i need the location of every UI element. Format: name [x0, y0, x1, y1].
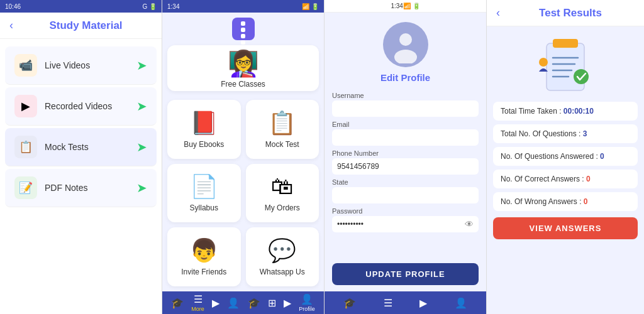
mock-tests-label: Mock Tests — [45, 142, 136, 152]
grid-container: 📕 Buy Ebooks 📋 Mock Test 📄 Syllabus 🛍 My… — [162, 95, 324, 291]
svg-point-10 — [539, 58, 548, 67]
recorded-videos-label: Recorded Videos — [45, 101, 136, 111]
avatar — [383, 22, 428, 67]
total-q-label: Total No. Of Questions : — [501, 129, 583, 138]
email-input[interactable] — [332, 129, 479, 146]
bottom-video-btn[interactable]: ▶ — [212, 297, 219, 309]
icons-3: 📶 🔋 — [403, 3, 420, 9]
avatar-container — [325, 13, 486, 72]
test-results-panel: ‹ Test Results Total Time Taken : 00:00:… — [487, 0, 644, 314]
grid-item-buy-ebooks[interactable]: 📕 Buy Ebooks — [167, 100, 241, 159]
live-videos-icon: 📹 — [14, 54, 37, 77]
state-input[interactable] — [332, 187, 479, 203]
whatsapp-icon: 💬 — [268, 237, 296, 264]
bottom-grid-btn[interactable]: ⊞ — [268, 297, 276, 309]
panel3-bottom-profile[interactable]: 👤 — [455, 297, 467, 309]
free-classes-item[interactable]: 👩‍🏫 Free Classes — [167, 45, 319, 91]
menu-item-mock-tests[interactable]: 📋 Mock Tests ➤ — [5, 128, 157, 166]
update-profile-button[interactable]: UPDATE PROFILE — [332, 263, 479, 285]
panel3-bottom-home[interactable]: 🎓 — [343, 297, 356, 309]
bottom-profile-small-btn[interactable]: 👤 — [227, 297, 240, 309]
mock-test-label: Mock Test — [265, 140, 299, 149]
panel4-header: ‹ Test Results — [487, 0, 644, 26]
panel3-bottom-video[interactable]: ▶ — [419, 297, 427, 309]
invite-friends-label: Invite Friends — [181, 268, 226, 276]
grid-item-mock-test[interactable]: 📋 Mock Test — [246, 100, 319, 159]
my-orders-icon: 🛍 — [271, 173, 294, 200]
status-bar-2: 1:34 📶 🔋 — [162, 0, 324, 13]
grid-item-my-orders[interactable]: 🛍 My Orders — [246, 164, 319, 223]
bottom-rec-btn[interactable]: ▶ — [284, 297, 291, 309]
whatsapp-us-label: Whatsapp Us — [260, 268, 305, 276]
pdf-notes-icon: 📝 — [14, 176, 37, 199]
svg-rect-4 — [553, 39, 578, 48]
panel2-top — [162, 13, 324, 45]
phone-input[interactable] — [332, 158, 479, 175]
result-row-time: Total Time Taken : 00:00:10 — [493, 102, 638, 121]
eye-toggle-icon[interactable]: 👁 — [465, 219, 474, 229]
menu-grid-panel: 1:34 📶 🔋 👩‍🏫 Free Classes 📕 Buy Ebooks 📋… — [162, 0, 325, 314]
password-field-container: 👁 — [332, 216, 479, 232]
mock-tests-icon: 📋 — [14, 136, 37, 158]
wrong-label: No. Of Wrong Answers : — [501, 197, 584, 206]
arrow-icon-2: ➤ — [136, 99, 147, 114]
bottom-more-label: More — [191, 306, 204, 312]
panel1-header: ‹ Study Material — [0, 13, 162, 39]
view-answers-button[interactable]: VIEW ANSWERS — [493, 217, 638, 239]
time-2: 1:34 — [167, 3, 179, 10]
bottom-profile-btn[interactable]: 👤 Profile — [299, 293, 315, 312]
total-time-label: Total Time Taken : — [501, 107, 564, 116]
grid-item-whatsapp-us[interactable]: 💬 Whatsapp Us — [246, 227, 319, 286]
result-row-wrong: No. Of Wrong Answers : 0 — [493, 192, 638, 211]
grid-toggle-icon[interactable] — [232, 18, 255, 40]
live-videos-label: Live Videos — [45, 60, 136, 70]
back-button-4[interactable]: ‹ — [496, 6, 500, 19]
username-input[interactable] — [332, 100, 479, 117]
panel4-title: Test Results — [506, 7, 635, 19]
panel1-title: Study Material — [19, 19, 152, 32]
free-classes-label: Free Classes — [221, 80, 265, 89]
state-label: State — [332, 178, 479, 186]
recorded-videos-icon: ▶ — [14, 95, 37, 117]
menu-item-live-videos[interactable]: 📹 Live Videos ➤ — [5, 46, 157, 85]
syllabus-label: Syllabus — [190, 203, 218, 212]
username-label: Username — [332, 92, 479, 99]
icons-2: 📶 🔋 — [302, 3, 319, 10]
bottom-profile-label: Profile — [299, 306, 315, 312]
result-illustration — [487, 26, 644, 102]
answered-value: 0 — [600, 152, 604, 161]
time-1: 10:46 — [5, 3, 21, 10]
svg-point-9 — [574, 69, 589, 84]
edit-profile-panel: 1:34 📶 🔋 Edit Profile Username Email Pho… — [325, 0, 487, 314]
total-time-value: 00:00:10 — [564, 107, 594, 116]
correct-label: No. Of Correct Answers : — [501, 175, 586, 183]
menu-item-pdf-notes[interactable]: 📝 PDF Notes ➤ — [5, 169, 157, 207]
email-label: Email — [332, 121, 479, 128]
status-bar-1: 10:46 G 🔋 — [0, 0, 162, 13]
bottom-more-btn[interactable]: ☰ More — [191, 293, 204, 312]
grid-item-syllabus[interactable]: 📄 Syllabus — [167, 164, 241, 223]
bottom-home-btn[interactable]: 🎓 — [171, 297, 184, 309]
wrong-value: 0 — [584, 197, 588, 206]
my-orders-label: My Orders — [265, 203, 300, 212]
bottom-learn-btn[interactable]: 🎓 — [248, 297, 260, 309]
study-material-panel: 10:46 G 🔋 ‹ Study Material 📹 Live Videos… — [0, 0, 162, 314]
password-label: Password — [332, 207, 479, 215]
password-input[interactable] — [332, 216, 479, 232]
time-3: 1:34 — [391, 3, 402, 9]
arrow-icon-3: ➤ — [136, 139, 147, 154]
grid-item-invite-friends[interactable]: 👦 Invite Friends — [167, 227, 241, 286]
invite-friends-icon: 👦 — [190, 237, 218, 264]
phone-label: Phone Number — [332, 149, 479, 157]
panel3-bottom-more[interactable]: ☰ — [384, 297, 392, 309]
edit-profile-title: Edit Profile — [325, 72, 486, 83]
back-button-1[interactable]: ‹ — [9, 19, 13, 32]
buy-ebooks-label: Buy Ebooks — [184, 140, 224, 149]
menu-item-recorded-videos[interactable]: ▶ Recorded Videos ➤ — [5, 87, 157, 126]
answered-label: No. Of Questions Answered : — [501, 152, 600, 161]
svg-point-1 — [399, 33, 412, 46]
total-q-value: 3 — [583, 129, 587, 138]
correct-value: 0 — [586, 175, 591, 183]
result-row-total-q: Total No. Of Questions : 3 — [493, 124, 638, 143]
panel2-bottom-bar: 🎓 ☰ More ▶ 👤 🎓 ⊞ ▶ 👤 Profile — [162, 291, 324, 314]
